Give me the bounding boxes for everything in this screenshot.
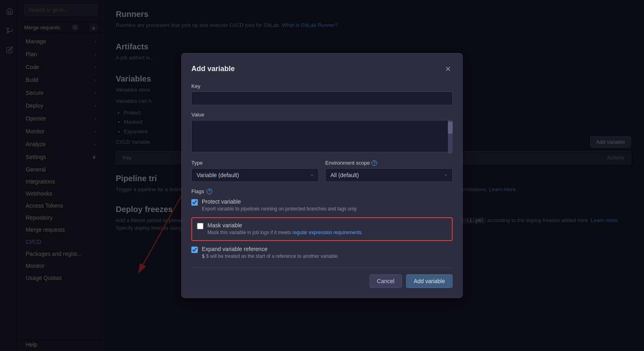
- type-select[interactable]: Variable (default) File: [191, 168, 319, 182]
- value-scrollbar[interactable]: [448, 120, 453, 153]
- value-field-group: Value: [191, 112, 453, 153]
- expand-checkbox[interactable]: [191, 247, 198, 253]
- modal-title: Add variable: [191, 65, 235, 73]
- key-field-group: Key: [191, 83, 453, 105]
- mask-label[interactable]: Mask variable: [207, 222, 242, 229]
- add-variable-modal: Add variable ✕ Key Value Type Variable (…: [181, 53, 463, 298]
- mask-variable-group: Mask variable Mask this variable in job …: [197, 222, 447, 236]
- value-textarea[interactable]: [191, 120, 453, 152]
- protect-label[interactable]: Protect variable: [202, 198, 241, 205]
- modal-header: Add variable ✕: [191, 63, 453, 75]
- expand-desc: $ $ will be treated as the start of a re…: [202, 253, 339, 260]
- modal-footer: Cancel Add variable: [191, 267, 453, 288]
- value-label: Value: [191, 112, 453, 118]
- env-scope-select[interactable]: All (default) Production Staging Develop…: [325, 168, 453, 182]
- modal-overlay[interactable]: Add variable ✕ Key Value Type Variable (…: [0, 0, 644, 351]
- type-env-row: Type Variable (default) File Environment…: [191, 160, 453, 182]
- env-scope-label: Environment scope ?: [325, 160, 453, 166]
- protect-variable-group: Protect variable Export variable to pipe…: [191, 198, 453, 212]
- env-scope-help-icon[interactable]: ?: [371, 160, 377, 166]
- type-label: Type: [191, 160, 319, 166]
- mask-variable-box: Mask variable Mask this variable in job …: [191, 217, 453, 241]
- expand-label[interactable]: Expand variable reference: [202, 246, 267, 252]
- protect-checkbox[interactable]: [191, 199, 198, 206]
- modal-add-variable-button[interactable]: Add variable: [406, 274, 453, 288]
- protect-label-group: Protect variable Export variable to pipe…: [202, 198, 357, 212]
- mask-desc: Mask this variable in job logs if it mee…: [207, 229, 363, 236]
- expand-variable-group: Expand variable reference $ $ will be tr…: [191, 246, 453, 260]
- flags-section: Flags ? Protect variable Export variable…: [191, 188, 453, 259]
- env-scope-col: Environment scope ? All (default) Produc…: [325, 160, 453, 182]
- mask-checkbox[interactable]: [197, 223, 203, 229]
- key-input[interactable]: [191, 92, 453, 105]
- cancel-button[interactable]: Cancel: [369, 274, 402, 288]
- key-label: Key: [191, 83, 453, 89]
- protect-desc: Export variable to pipelines running on …: [202, 206, 357, 212]
- flags-label: Flags ?: [191, 188, 453, 194]
- type-col: Type Variable (default) File: [191, 160, 319, 182]
- mask-requirements-link[interactable]: regular expression requirements: [292, 230, 361, 235]
- flags-help-icon[interactable]: ?: [207, 189, 212, 194]
- mask-label-group: Mask variable Mask this variable in job …: [207, 222, 363, 236]
- value-scrollbar-thumb: [448, 122, 453, 134]
- modal-close-button[interactable]: ✕: [443, 63, 453, 75]
- expand-label-group: Expand variable reference $ $ will be tr…: [202, 246, 339, 260]
